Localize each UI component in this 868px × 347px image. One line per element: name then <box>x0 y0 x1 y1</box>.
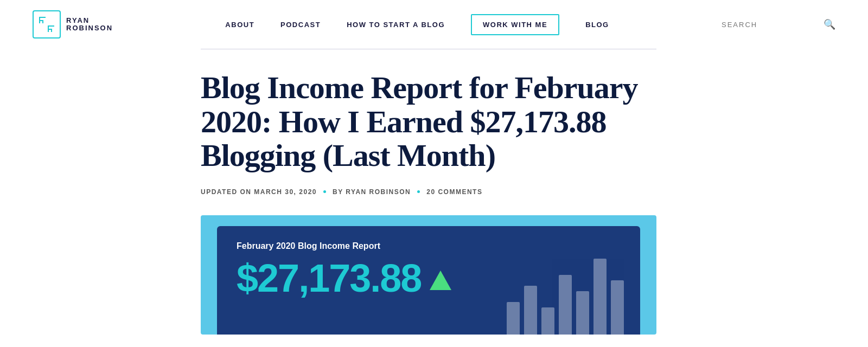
featured-image: February 2020 Blog Income Report $27,173… <box>201 215 656 335</box>
svg-rect-3 <box>42 20 43 23</box>
search-icon[interactable]: 🔍 <box>824 18 835 30</box>
bar-4 <box>559 275 572 335</box>
article-comments: 20 COMMENTS <box>426 188 482 196</box>
bar-7 <box>611 280 624 335</box>
meta-dot-1 <box>323 190 326 193</box>
article-author: BY RYAN ROBINSON <box>333 188 411 196</box>
nav-work-with-me[interactable]: WORK WITH ME <box>471 14 559 35</box>
article-meta: UPDATED ON MARCH 30, 2020 BY RYAN ROBINS… <box>201 188 656 196</box>
bar-6 <box>593 259 607 335</box>
bar-5 <box>576 291 589 335</box>
search-area: 🔍 <box>722 18 835 30</box>
bar-chart <box>507 259 624 335</box>
logo-text: RYAN ROBINSON <box>66 17 113 33</box>
main-nav: ABOUT PODCAST HOW TO START A BLOG WORK W… <box>225 14 609 35</box>
search-input[interactable] <box>722 21 819 29</box>
nav-podcast[interactable]: PODCAST <box>280 21 321 29</box>
report-amount-value: $27,173.88 <box>237 259 421 298</box>
bar-3 <box>541 307 554 335</box>
logo-line2: ROBINSON <box>66 24 113 32</box>
main-content: Blog Income Report for February 2020: Ho… <box>201 49 656 335</box>
nav-how-to-start-blog[interactable]: HOW TO START A BLOG <box>347 21 445 29</box>
logo-icon <box>33 10 61 38</box>
nav-blog[interactable]: BLOG <box>585 21 609 29</box>
bar-2 <box>524 286 537 335</box>
svg-rect-7 <box>51 29 52 32</box>
nav-about[interactable]: ABOUT <box>225 21 254 29</box>
article-title: Blog Income Report for February 2020: Ho… <box>201 71 656 173</box>
site-header: RYAN ROBINSON ABOUT PODCAST HOW TO START… <box>0 0 868 49</box>
arrow-up-icon <box>430 271 451 290</box>
article-updated: UPDATED ON MARCH 30, 2020 <box>201 188 317 196</box>
meta-dot-2 <box>417 190 420 193</box>
featured-image-inner: February 2020 Blog Income Report $27,173… <box>217 226 640 335</box>
logo[interactable]: RYAN ROBINSON <box>33 10 113 38</box>
report-label: February 2020 Blog Income Report <box>237 241 621 251</box>
bar-1 <box>507 302 520 335</box>
logo-line1: RYAN <box>66 17 113 24</box>
